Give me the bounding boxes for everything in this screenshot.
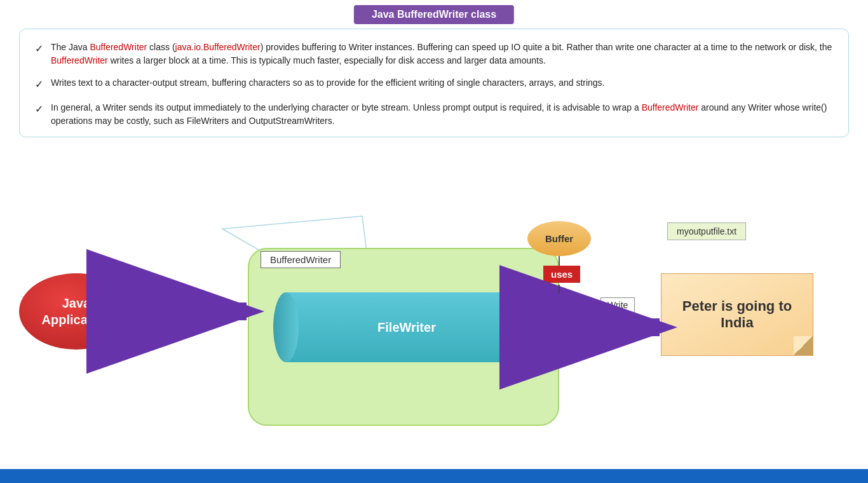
bufferedwriter-link-1: BufferedWriter [90,42,147,52]
cylinder-body [286,292,527,362]
cylinder-left-cap [273,292,299,362]
write-label-1: Write [146,297,180,313]
buffer-line [559,256,560,266]
java-io-link: java.io.BufferedWriter [175,42,261,52]
write-label-2: Write [600,297,635,313]
info-text-2: Writes text to a character-output stream… [51,76,605,90]
info-item-2: ✓ Writes text to a character-output stre… [35,76,833,92]
info-item-3: ✓ In general, a Writer sends its output … [35,101,833,128]
java-application-ellipse: Java Application [19,273,133,350]
buffer-oval: Buffer [527,221,591,256]
bufferedwriter-link-2: BufferedWriter [51,55,108,65]
bufferedwriter-link-3: BufferedWriter [642,102,699,112]
filewriter-cylinder: FileWriter [273,292,540,362]
info-item-1: ✓ The Java BufferedWriter class (java.io… [35,41,833,67]
peter-box: Peter is going to India [661,273,813,356]
uses-box: uses [543,266,580,283]
checkmark-icon-2: ✓ [35,77,43,92]
checkmark-icon-3: ✓ [35,102,43,117]
bottom-bar [0,469,868,483]
output-file-box: myoutputfile.txt [667,222,746,240]
bufferedwriter-label-box: BufferedWriter [261,251,341,268]
info-box: ✓ The Java BufferedWriter class (java.io… [19,29,849,137]
page-title: Java BufferedWriter class [354,5,514,24]
checkmark-icon-1: ✓ [35,41,43,57]
info-text-1: The Java BufferedWriter class (java.io.B… [51,41,833,67]
info-text-3: In general, a Writer sends its output im… [51,101,833,128]
cylinder-right-cap [515,292,540,362]
